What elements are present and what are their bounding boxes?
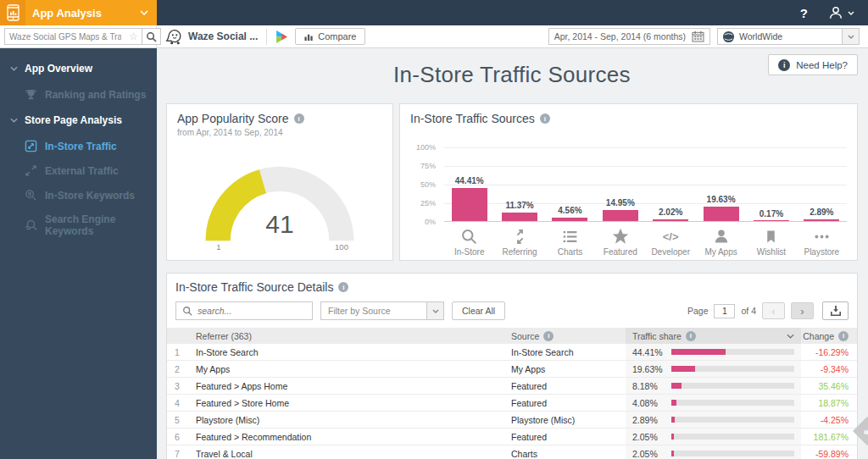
gauge-max-label: 100 — [335, 242, 348, 252]
change-value: 18.87% — [801, 398, 857, 408]
region-value: WorldWide — [739, 31, 782, 41]
category-in-store[interactable]: In-Store — [444, 222, 494, 257]
bar-wishlist: 0.17% — [746, 147, 796, 221]
chevron-down-icon — [10, 118, 18, 123]
google-play-icon — [275, 30, 288, 44]
table-row: 6 Featured > Recommendation Featured 2.0… — [167, 429, 857, 445]
details-search-input[interactable] — [198, 306, 306, 316]
change-value: 35.46% — [801, 381, 857, 391]
category-developer[interactable]: </> Developer — [646, 222, 696, 257]
sidebar-item-in-store-traffic[interactable]: In-Store Traffic — [0, 134, 157, 158]
calendar-icon — [692, 30, 704, 42]
info-icon: i — [543, 331, 554, 341]
category-my-apps[interactable]: My Apps — [696, 222, 746, 257]
sort-desc-icon — [787, 334, 794, 339]
info-icon[interactable]: i — [338, 282, 348, 292]
traffic-sources-bar-chart: 100% 75% 50% 25% 0% 44.41% 11.37% 4.56% … — [410, 147, 847, 257]
info-icon: i — [686, 331, 696, 341]
in-store-keywords-icon — [25, 189, 37, 202]
traffic-chart-title: In-Store Traffic Sources — [410, 112, 535, 125]
column-header-change[interactable]: Changei — [801, 331, 857, 341]
page-number-input[interactable] — [714, 304, 735, 318]
chevron-down-icon — [10, 66, 18, 71]
column-header-source[interactable]: Sourcei — [511, 331, 626, 341]
category-featured[interactable]: Featured — [595, 222, 645, 257]
traffic-sources-chart-card: In-Store Traffic Sources i 100% 75% 50% … — [399, 103, 858, 261]
globe-icon — [718, 30, 739, 43]
bar-charts: 4.56% — [545, 147, 595, 221]
magnifier-icon — [460, 227, 478, 246]
change-value: 181.67% — [801, 432, 857, 442]
page-title: In-Store Traffic Sources — [166, 48, 858, 88]
current-app-selector[interactable]: Waze Social ... — [165, 29, 258, 45]
search-icon — [146, 31, 157, 42]
sidebar-item-ranking-and-ratings[interactable]: Ranking and Ratings — [0, 82, 157, 107]
info-icon[interactable]: i — [540, 113, 550, 124]
column-header-traffic-share[interactable]: Traffic sharei — [626, 328, 801, 344]
share-bar — [671, 349, 794, 355]
favorite-star-icon[interactable]: ☆ — [125, 30, 142, 42]
sidebar-item-in-store-keywords[interactable]: In-Store Keywords — [0, 183, 157, 207]
date-range-value: Apr, 2014 - Sep, 2014 (6 months) — [554, 31, 686, 41]
category-playstore[interactable]: Playstore — [797, 222, 847, 257]
popularity-gauge: 41 1 100 — [190, 151, 370, 252]
traffic-source-details-card: In-Store Traffic Source Details i Filter… — [166, 273, 858, 459]
bar-referring: 11.37% — [494, 147, 544, 221]
search-icon — [182, 306, 192, 316]
compare-button[interactable]: Compare — [295, 28, 364, 45]
user-menu[interactable] — [828, 5, 854, 20]
bar-developer: 2.02% — [646, 147, 696, 221]
divider — [266, 29, 267, 45]
sidebar-item-search-engine-keywords[interactable]: Search Engine Keywords — [0, 207, 157, 243]
page-count-label: of 4 — [741, 306, 756, 316]
category-charts[interactable]: Charts — [545, 222, 595, 257]
share-bar — [671, 366, 794, 372]
download-icon — [830, 306, 842, 317]
popularity-card-subtitle: from Apr, 2014 to Sep, 2014 — [177, 128, 382, 137]
main-content: In-Store Traffic Sources i Need Help? Ap… — [157, 48, 868, 459]
next-page-button[interactable]: › — [791, 302, 814, 319]
region-dropdown[interactable]: WorldWide — [717, 28, 860, 45]
app-search-area: ☆ — [0, 25, 157, 47]
bar-in-store: 44.41% — [444, 147, 494, 221]
filter-by-source-dropdown[interactable]: Filter by Source — [320, 301, 444, 320]
brand-title: App Analysis — [25, 7, 140, 19]
search-engine-keywords-icon — [25, 219, 37, 232]
sidebar-section-app-overview[interactable]: App Overview — [0, 55, 157, 82]
external-traffic-icon — [25, 164, 37, 177]
dropdown-caret — [426, 302, 443, 319]
in-store-traffic-icon — [25, 140, 37, 152]
referring-arrows-icon — [511, 227, 529, 246]
pagination: Page of 4 ‹ › — [687, 301, 849, 320]
change-value: -9.34% — [801, 364, 857, 374]
app-analysis-menu[interactable]: App Analysis — [0, 0, 157, 25]
topbar-actions: ? — [157, 0, 868, 25]
column-header-referrer[interactable]: Referrer (363) — [192, 331, 511, 341]
waze-app-icon — [165, 29, 183, 45]
dropdown-caret — [842, 29, 859, 44]
secondary-bar: ☆ Waze Social ... Compare Apr, 2014 - Se… — [0, 25, 868, 48]
category-referring[interactable]: Referring — [494, 222, 544, 257]
table-row: 3 Featured > Apps Home Featured 8.18% 35… — [167, 378, 857, 395]
trophy-icon — [25, 88, 37, 101]
app-search-input[interactable] — [5, 32, 125, 41]
table-row: 2 My Apps My Apps 19.63% -9.34% — [167, 361, 857, 378]
info-icon: i — [778, 59, 790, 71]
phone-analytics-icon — [0, 0, 25, 25]
y-axis: 100% 75% 50% 25% 0% — [410, 147, 439, 222]
table-row: 4 Featured > Store Home Featured 4.08% 1… — [167, 395, 857, 412]
info-icon[interactable]: i — [294, 113, 304, 124]
clear-all-button[interactable]: Clear All — [452, 301, 505, 320]
sidebar-section-store-page-analysis[interactable]: Store Page Analysis — [0, 107, 157, 134]
need-help-button[interactable]: i Need Help? — [768, 54, 858, 75]
help-icon[interactable]: ? — [800, 6, 808, 20]
prev-page-button[interactable]: ‹ — [762, 302, 785, 319]
sidebar-item-external-traffic[interactable]: External Traffic — [0, 158, 157, 183]
category-wishlist[interactable]: Wishlist — [746, 222, 796, 257]
export-button[interactable] — [822, 301, 849, 320]
app-toolbar: Waze Social ... Compare Apr, 2014 - Sep,… — [157, 25, 868, 47]
sidebar: App Overview Ranking and Ratings Store P… — [0, 48, 157, 459]
share-bar — [671, 417, 794, 423]
change-value: -4.25% — [801, 415, 857, 425]
date-range-picker[interactable]: Apr, 2014 - Sep, 2014 (6 months) — [548, 28, 710, 45]
